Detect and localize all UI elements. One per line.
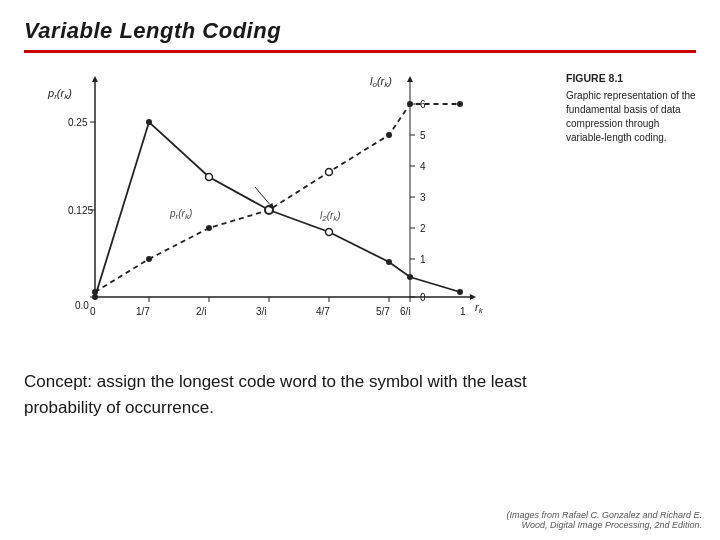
svg-point-56 xyxy=(265,206,273,214)
svg-point-58 xyxy=(386,132,392,138)
svg-text:0.25: 0.25 xyxy=(68,117,88,128)
svg-point-49 xyxy=(326,229,333,236)
svg-point-54 xyxy=(146,256,152,262)
svg-text:5/7: 5/7 xyxy=(376,306,390,317)
svg-text:1/7: 1/7 xyxy=(136,306,150,317)
graph-area: pr(rk) lo(rk) xyxy=(24,67,556,420)
svg-marker-7 xyxy=(407,76,413,82)
citation-text: (Images from Rafael C. Gonzalez and Rich… xyxy=(506,510,702,530)
svg-text:1: 1 xyxy=(420,254,426,265)
content-area: pr(rk) lo(rk) xyxy=(24,67,696,420)
svg-text:6/i: 6/i xyxy=(400,306,411,317)
svg-text:4: 4 xyxy=(420,161,426,172)
svg-text:1: 1 xyxy=(460,306,466,317)
slide-title: Variable Length Coding xyxy=(24,18,281,43)
svg-point-52 xyxy=(457,289,463,295)
svg-text:5: 5 xyxy=(420,130,426,141)
concept-text: Concept: assign the longest code word to… xyxy=(24,369,556,420)
slide-container: Variable Length Coding pr(rk) lo(rk) xyxy=(0,0,720,540)
svg-point-46 xyxy=(146,119,152,125)
svg-text:rk: rk xyxy=(475,301,484,315)
svg-text:0.125: 0.125 xyxy=(68,205,93,216)
svg-text:2: 2 xyxy=(420,223,426,234)
svg-text:3/i: 3/i xyxy=(256,306,267,317)
graph-svg-container: pr(rk) lo(rk) xyxy=(24,67,556,347)
svg-point-59 xyxy=(407,101,413,107)
svg-point-53 xyxy=(92,289,98,295)
svg-text:l2(rk): l2(rk) xyxy=(320,210,341,223)
svg-text:4/7: 4/7 xyxy=(316,306,330,317)
svg-marker-5 xyxy=(92,76,98,82)
svg-point-60 xyxy=(457,101,463,107)
svg-marker-4 xyxy=(470,294,476,300)
svg-point-55 xyxy=(206,225,212,231)
svg-text:lo(rk): lo(rk) xyxy=(370,75,392,89)
svg-text:pr(rk): pr(rk) xyxy=(47,87,72,101)
figure-caption-text: Graphic representation of the fundamenta… xyxy=(566,89,696,145)
svg-text:pr(rk): pr(rk) xyxy=(169,208,192,221)
svg-point-57 xyxy=(326,169,333,176)
svg-text:0: 0 xyxy=(90,306,96,317)
svg-point-51 xyxy=(407,274,413,280)
svg-text:2/i: 2/i xyxy=(196,306,207,317)
svg-text:0: 0 xyxy=(420,292,426,303)
svg-point-50 xyxy=(386,259,392,265)
figure-caption: FIGURE 8.1 Graphic representation of the… xyxy=(566,67,696,420)
svg-text:3: 3 xyxy=(420,192,426,203)
svg-point-47 xyxy=(206,174,213,181)
svg-text:0.0: 0.0 xyxy=(75,300,89,311)
title-bar: Variable Length Coding xyxy=(24,18,696,53)
